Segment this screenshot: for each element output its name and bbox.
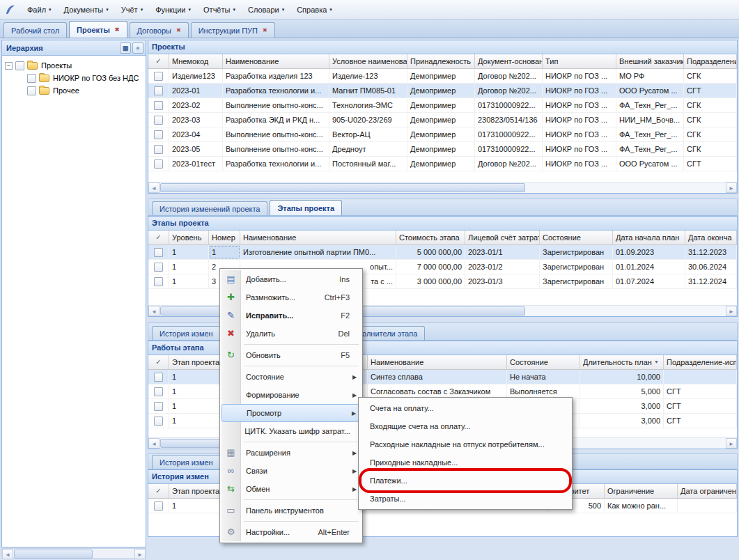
menu-item[interactable]: ▭Панель инструментов <box>221 501 361 520</box>
menubar-item[interactable]: Функции▾ <box>149 1 197 19</box>
grid-row[interactable]: 2023-05Выполнение опытно-конс...Дредноут… <box>148 142 737 157</box>
collapse-sidebar-icon[interactable]: « <box>132 42 143 54</box>
row-checkbox[interactable] <box>154 373 163 382</box>
tab[interactable]: Инструкции ПУП✖ <box>191 22 275 38</box>
row-checkbox[interactable] <box>154 160 163 169</box>
grid-row[interactable]: 2023-02Выполнение опытно-конс...Технолог… <box>148 98 737 113</box>
row-checkbox[interactable] <box>154 402 163 411</box>
tree-node[interactable]: −Проекты <box>2 59 146 72</box>
column-header[interactable]: Принадлежность <box>407 54 475 68</box>
column-header[interactable]: Подразделение-исп <box>664 355 737 369</box>
column-header[interactable]: Лицевой счёт затрат <box>465 231 540 244</box>
tab-close-icon[interactable]: ✖ <box>176 27 181 33</box>
scroll-left-arrow[interactable]: ◄ <box>2 549 13 559</box>
column-header[interactable]: Этап проекта <box>169 484 221 498</box>
horizontal-scrollbar[interactable]: ◄ ► <box>148 182 737 193</box>
grid-row[interactable]: 2023-01Разработка технологии и...Магнит … <box>148 84 737 98</box>
column-header[interactable]: Стоимость этапа <box>396 231 465 244</box>
menu-item[interactable]: ✚Размножить...Ctrl+F3 <box>221 288 361 306</box>
menu-item[interactable]: ▦Расширения▶ <box>221 444 361 462</box>
tab[interactable]: История измен <box>152 326 221 340</box>
row-checkbox[interactable] <box>154 417 163 426</box>
tab[interactable]: Проекты✖ <box>69 21 127 38</box>
row-checkbox[interactable] <box>154 248 163 257</box>
menu-item[interactable]: ▤Добавить...Ins <box>221 270 361 288</box>
select-all-column-header[interactable]: ✓ <box>148 231 169 244</box>
tab[interactable]: Рабочий стол <box>3 22 67 38</box>
column-header[interactable]: Условное наименован <box>329 54 407 68</box>
menubar-item[interactable]: Справка▾ <box>290 1 339 19</box>
menubar-item[interactable]: Учёт▾ <box>115 1 149 19</box>
menu-item[interactable]: Приходные накладные... <box>360 453 570 472</box>
menu-item[interactable]: Счета на оплату... <box>360 399 570 417</box>
tab-close-icon[interactable]: ✖ <box>115 26 120 33</box>
grid-row[interactable]: 11Изготовление опытной партии ПМ0...5 00… <box>148 245 737 260</box>
column-header[interactable]: Длительность план▼ <box>580 355 664 369</box>
menu-item[interactable]: ⚙Настройки...Alt+Enter <box>221 523 361 541</box>
menu-item[interactable]: Платежи... <box>360 472 570 490</box>
column-header[interactable]: Уровень <box>169 231 209 244</box>
tree-node[interactable]: НИОКР по ГОЗ без НДС <box>2 72 146 84</box>
hierarchy-filter-icon[interactable]: ▦ <box>120 42 131 54</box>
scroll-right-arrow[interactable]: ► <box>134 549 146 559</box>
column-header[interactable]: Дата ограничен <box>678 484 737 498</box>
tab[interactable]: История изменений проекта <box>152 201 267 215</box>
menu-item[interactable]: Затраты... <box>360 490 570 508</box>
menu-item[interactable]: Расходные накладные на отпуск потребител… <box>360 435 570 453</box>
select-all-column-header[interactable]: ✓ <box>148 54 169 68</box>
sidebar-horizontal-scrollbar[interactable]: ◄ ► <box>1 548 146 559</box>
row-checkbox[interactable] <box>154 86 163 95</box>
row-checkbox[interactable] <box>154 277 163 286</box>
menu-item[interactable]: ∞Связи▶ <box>221 462 361 480</box>
menubar-item[interactable]: Словари▾ <box>242 1 290 19</box>
column-header[interactable]: Документ-основан <box>475 54 543 68</box>
column-header[interactable]: Номер <box>209 231 240 244</box>
tree-checkbox[interactable] <box>27 74 36 83</box>
column-header[interactable]: Внешний заказчик <box>616 54 684 68</box>
menubar-item[interactable]: Документы▾ <box>58 1 115 19</box>
column-header[interactable]: Состояние <box>540 231 613 244</box>
menu-item[interactable]: Просмотр▶ <box>221 404 361 422</box>
menu-item[interactable]: ↻ОбновитьF5 <box>221 346 361 364</box>
grid-row[interactable]: Изделие123Разработка изделия 123Изделие-… <box>148 69 737 84</box>
menubar-item[interactable]: Отчёты▾ <box>197 1 242 19</box>
tab[interactable]: Договоры✖ <box>130 22 189 38</box>
column-header[interactable]: Подразделение <box>684 54 737 68</box>
column-header[interactable]: Мнемокод <box>169 54 223 68</box>
tree-node[interactable]: Прочее <box>2 84 146 97</box>
select-all-column-header[interactable]: ✓ <box>148 484 169 498</box>
row-checkbox[interactable] <box>154 130 163 139</box>
scroll-left-arrow[interactable]: ◄ <box>148 182 160 193</box>
column-header[interactable]: Наименование <box>240 231 396 244</box>
row-checkbox[interactable] <box>154 501 163 511</box>
collapse-node-icon[interactable]: − <box>5 62 13 70</box>
row-checkbox[interactable] <box>154 145 163 154</box>
grid-row[interactable]: 2023-01тестРазработка технологии и...Пос… <box>148 157 737 171</box>
row-checkbox[interactable] <box>154 387 163 396</box>
column-header[interactable]: Состояние <box>507 355 580 369</box>
menu-item[interactable]: Состояние▶ <box>221 368 361 386</box>
scrollbar-thumb[interactable] <box>14 550 93 559</box>
tab[interactable]: История измен <box>152 455 221 469</box>
scroll-left-arrow[interactable]: ◄ <box>148 438 160 449</box>
column-header[interactable]: Этап проекта <box>169 355 221 369</box>
scrollbar-thumb[interactable] <box>160 183 525 192</box>
column-header[interactable]: Дата оконча <box>685 231 737 244</box>
scroll-left-arrow[interactable]: ◄ <box>148 306 160 316</box>
select-all-column-header[interactable]: ✓ <box>148 355 169 369</box>
tab-close-icon[interactable]: ✖ <box>263 27 267 33</box>
menu-item[interactable]: ✖УдалитьDel <box>221 325 361 343</box>
menu-item[interactable]: ЦИТК. Указать шифр затрат... <box>221 422 361 440</box>
menubar-item[interactable]: Файл▾ <box>21 1 58 19</box>
menu-item[interactable]: ⇆Обмен▶ <box>221 480 361 498</box>
column-header[interactable]: Наименование <box>368 355 507 369</box>
tab[interactable]: Этапы проекта <box>270 200 342 215</box>
scroll-right-arrow[interactable]: ► <box>726 438 737 449</box>
column-header[interactable]: Дата начала план <box>613 231 685 244</box>
scroll-right-arrow[interactable]: ► <box>726 182 737 193</box>
grid-row[interactable]: 2023-03Разработка ЭКД и РКД н...905-U020… <box>148 113 737 127</box>
menu-item[interactable]: Входящие счета на оплату... <box>360 417 570 435</box>
scroll-right-arrow[interactable]: ► <box>726 306 737 316</box>
tree-checkbox[interactable] <box>27 86 36 95</box>
column-header[interactable]: Тип <box>543 54 616 68</box>
